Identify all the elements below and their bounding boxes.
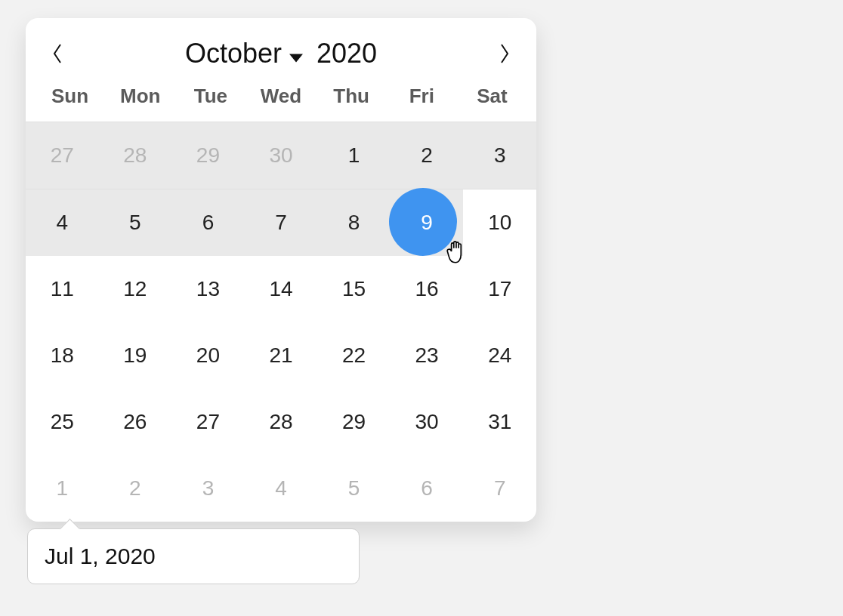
day-cell[interactable]: 14 [245, 256, 318, 322]
day-number: 22 [342, 343, 366, 368]
day-cell[interactable]: 19 [99, 322, 172, 389]
chevron-left-icon [51, 43, 63, 64]
day-cell[interactable]: 3 [171, 455, 245, 522]
day-cell[interactable]: 27 [26, 122, 99, 189]
day-number: 1 [56, 476, 68, 500]
day-cell[interactable]: 31 [463, 389, 536, 455]
day-cell[interactable]: 17 [463, 256, 536, 322]
day-number: 8 [348, 211, 360, 235]
day-cell[interactable]: 21 [245, 322, 318, 389]
day-number: 28 [269, 410, 292, 434]
day-number: 3 [202, 476, 215, 500]
day-number: 4 [275, 476, 287, 500]
day-cell[interactable]: 30 [391, 389, 464, 455]
day-cell[interactable]: 16 [391, 256, 464, 322]
weekday-label: Wed [245, 85, 316, 108]
day-number: 14 [269, 277, 292, 301]
day-number: 16 [415, 277, 439, 301]
day-number: 2 [129, 476, 141, 500]
day-cell[interactable]: 29 [317, 389, 391, 455]
day-cell[interactable]: 18 [26, 322, 99, 389]
day-number: 26 [123, 410, 147, 434]
day-number: 4 [56, 211, 68, 235]
day-number: 31 [488, 410, 511, 434]
day-cell[interactable]: 2 [391, 122, 464, 189]
calendar-grid: 2728293012345678910111213141516171819202… [26, 122, 536, 522]
day-number: 23 [415, 343, 439, 368]
day-number: 7 [494, 476, 506, 500]
day-cell[interactable]: 9 [391, 189, 464, 256]
day-cell[interactable]: 6 [391, 455, 464, 522]
day-number: 15 [342, 277, 366, 301]
day-number: 13 [196, 277, 220, 301]
month-select[interactable]: October [185, 38, 303, 69]
day-number: 21 [269, 343, 292, 368]
day-number: 9 [421, 211, 433, 235]
day-cell[interactable]: 7 [463, 455, 536, 522]
day-cell[interactable]: 29 [171, 122, 245, 189]
day-cell[interactable]: 28 [245, 389, 318, 455]
day-number: 1 [348, 143, 360, 168]
day-number: 19 [123, 343, 147, 368]
weekday-label: Sun [35, 85, 105, 108]
svg-marker-0 [289, 54, 303, 63]
day-number: 7 [275, 211, 287, 235]
day-cell[interactable]: 23 [391, 322, 464, 389]
day-number: 29 [196, 143, 220, 168]
day-cell[interactable]: 27 [171, 389, 245, 455]
month-year-label: October 2020 [185, 38, 377, 69]
day-number: 6 [421, 476, 433, 500]
weekday-label: Thu [317, 85, 387, 108]
day-number: 28 [123, 143, 147, 168]
day-cell[interactable]: 1 [317, 122, 391, 189]
day-cell[interactable]: 24 [463, 322, 536, 389]
prev-month-button[interactable] [48, 45, 66, 63]
day-cell[interactable]: 3 [463, 122, 536, 189]
day-cell[interactable]: 13 [171, 256, 245, 322]
day-cell[interactable]: 4 [245, 455, 318, 522]
day-number: 10 [488, 211, 511, 235]
day-number: 17 [488, 277, 511, 301]
day-cell[interactable]: 6 [171, 189, 245, 256]
date-input-value: Jul 1, 2020 [45, 544, 156, 569]
day-cell[interactable]: 8 [317, 189, 391, 256]
date-input[interactable]: Jul 1, 2020 [27, 528, 360, 584]
weekday-label: Sat [457, 85, 527, 108]
next-month-button[interactable] [496, 45, 514, 63]
day-number: 2 [421, 143, 433, 168]
day-number: 5 [129, 211, 141, 235]
day-cell[interactable]: 1 [26, 455, 99, 522]
day-cell[interactable]: 5 [317, 455, 391, 522]
day-number: 5 [348, 476, 360, 500]
day-number: 18 [51, 343, 74, 368]
calendar-header: October 2020 [26, 18, 536, 85]
day-cell[interactable]: 15 [317, 256, 391, 322]
weekday-label: Fri [387, 85, 457, 108]
day-number: 30 [415, 410, 439, 434]
day-cell[interactable]: 12 [99, 256, 172, 322]
day-number: 27 [196, 410, 220, 434]
day-number: 24 [488, 343, 511, 368]
day-number: 30 [269, 143, 292, 168]
day-number: 6 [202, 211, 215, 235]
chevron-right-icon [499, 43, 511, 64]
day-number: 27 [51, 143, 74, 168]
day-cell[interactable]: 28 [99, 122, 172, 189]
day-cell[interactable]: 20 [171, 322, 245, 389]
day-number: 11 [51, 277, 74, 301]
day-number: 3 [494, 143, 506, 168]
day-cell[interactable]: 4 [26, 189, 99, 256]
date-picker-panel: October 2020 Sun Mon Tue Wed Thu Fri Sat… [26, 18, 536, 522]
day-cell[interactable]: 25 [26, 389, 99, 455]
day-number: 12 [123, 277, 147, 301]
day-cell[interactable]: 10 [463, 189, 536, 256]
day-cell[interactable]: 2 [99, 455, 172, 522]
day-cell[interactable]: 5 [99, 189, 172, 256]
day-cell[interactable]: 26 [99, 389, 172, 455]
day-cell[interactable]: 11 [26, 256, 99, 322]
year-text[interactable]: 2020 [317, 38, 377, 69]
day-number: 25 [51, 410, 74, 434]
day-cell[interactable]: 22 [317, 322, 391, 389]
day-cell[interactable]: 7 [245, 189, 318, 256]
day-cell[interactable]: 30 [245, 122, 318, 189]
